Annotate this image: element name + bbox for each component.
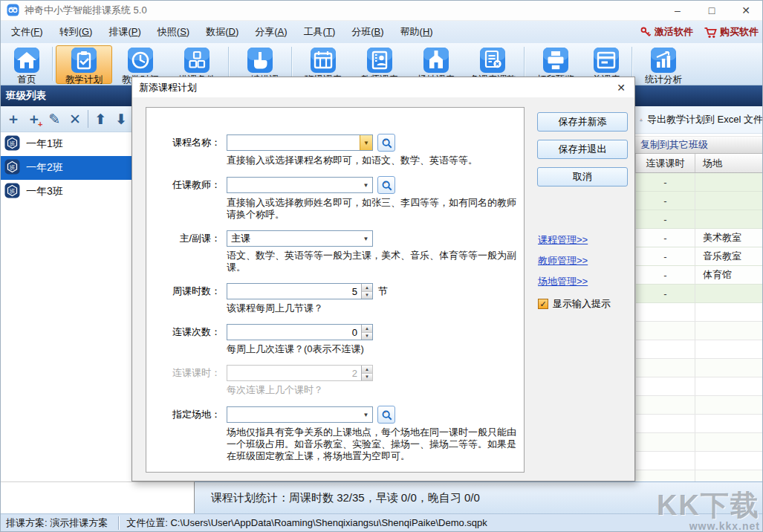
toolbar-item-0[interactable]: 首页 (4, 45, 49, 84)
field-label: 课程名称： (163, 136, 221, 149)
spin-up-icon[interactable]: ▲ (362, 366, 372, 374)
combo-value: 主课 (227, 231, 360, 246)
toolbar-item-1[interactable]: 教学计划 (56, 45, 112, 84)
toolbar-item-11[interactable]: 统计分析 (635, 45, 692, 84)
toolbar-item-label: 统计分析 (645, 74, 682, 86)
field-hint: 场地仅指具有竞争关系的上课地点，每个场地在同一课时一般只能由一个班级占用。如音乐… (227, 426, 524, 462)
cell-venue: 体育馆 (695, 266, 763, 284)
delete-class-icon[interactable]: ✕ (65, 108, 85, 129)
cell-venue (695, 210, 763, 228)
menu-item-2[interactable]: 排课(P) (100, 21, 149, 43)
cell-lianke: - (636, 229, 695, 247)
show-input-hints-checkbox[interactable]: ✓ 显示输入提示 (538, 297, 611, 311)
field-hint: 直接输入或选择教师姓名即可，如张三、李四等等，如有同名的教师请换个称呼。 (227, 197, 524, 221)
key-icon (640, 26, 652, 38)
plan-table-row-7[interactable]: - (635, 285, 763, 303)
combo-input[interactable]: ▼ (227, 177, 373, 193)
buy-software-button[interactable]: 购买软件 (704, 25, 759, 39)
spin-down-icon[interactable]: ▼ (362, 292, 372, 299)
menu-items: 文件(F)转到(G)排课(P)快照(S)数据(D)分享(A)工具(T)分班(B)… (3, 21, 441, 43)
class-item-2[interactable]: 班一年2班 (0, 156, 132, 180)
menu-item-7[interactable]: 分班(B) (343, 21, 392, 43)
column-header-lianke: 连课课时 (636, 154, 695, 172)
add-classes-icon[interactable]: ＋+ (24, 108, 45, 129)
menu-item-4[interactable]: 数据(D) (198, 21, 247, 43)
move-up-icon[interactable]: ⬆ (91, 108, 111, 129)
menu-item-8[interactable]: 帮助(H) (392, 21, 441, 43)
field-7: 指定场地：▼场地仅指具有竞争关系的上课地点，每个场地在同一课时一般只能由一个班级… (146, 406, 524, 462)
export-excel-link[interactable]: 导出教学计划到 Excel 文件 (635, 106, 763, 134)
toolbar-item-label: 首页 (18, 74, 36, 86)
edit-class-icon[interactable]: ✎ (44, 108, 65, 129)
plan-table-row-4[interactable]: -美术教室 (635, 229, 763, 247)
spinner-input[interactable]: 2▲▼ (227, 365, 373, 381)
combo-value (227, 178, 360, 192)
class-badge-icon: 班 (4, 135, 20, 153)
spin-up-icon[interactable]: ▲ (362, 325, 372, 333)
combo-value (227, 135, 360, 150)
cell-venue (695, 470, 763, 481)
spinner-input[interactable]: 0▲▼ (227, 324, 373, 340)
plan-table-row-1[interactable]: - (635, 173, 763, 192)
close-icon[interactable]: ✕ (729, 0, 763, 21)
course-management-link[interactable]: 课程管理>> (538, 233, 588, 247)
maximize-icon[interactable]: □ (695, 0, 729, 21)
plan-table-empty-row (635, 340, 763, 359)
save-and-add-button[interactable]: 保存并新添 (537, 112, 628, 132)
chevron-down-icon[interactable]: ▼ (360, 135, 372, 150)
plan-table-rows: ----美术教室-音乐教室-体育馆- (635, 173, 763, 481)
copy-to-other-classes-bar[interactable]: 复制到其它班级 (635, 136, 763, 154)
field-hint: 该课程每周上几节课？ (227, 302, 524, 314)
search-button[interactable] (377, 134, 395, 152)
field-suffix: 节 (378, 285, 388, 298)
spinner-input[interactable]: 5▲▼ (227, 283, 373, 299)
combo-input[interactable]: ▼ (227, 406, 373, 423)
checkbox-icon: ✓ (538, 299, 548, 309)
print-icon (542, 47, 569, 74)
menu-item-1[interactable]: 转到(G) (51, 21, 101, 43)
plan-table-empty-row (635, 452, 763, 470)
teacher-management-link[interactable]: 教师管理>> (538, 254, 588, 267)
plan-table-row-6[interactable]: -体育馆 (635, 266, 763, 285)
combo-input[interactable]: 主课▼ (227, 230, 373, 247)
venue-management-link[interactable]: 场地管理>> (538, 275, 588, 288)
search-button[interactable] (377, 176, 395, 194)
menu-item-6[interactable]: 工具(T) (296, 21, 344, 43)
class-item-label: 一年3班 (26, 185, 63, 198)
plan-table-empty-row (635, 470, 763, 481)
dialog-close-icon[interactable]: ✕ (614, 81, 628, 94)
add-class-icon[interactable]: ＋ (3, 108, 24, 129)
activate-software-button[interactable]: 激活软件 (640, 25, 693, 39)
plan-table-row-3[interactable]: - (635, 210, 763, 229)
cell-venue (695, 396, 763, 414)
spin-down-icon[interactable]: ▼ (362, 374, 372, 381)
chevron-down-icon[interactable]: ▼ (360, 178, 372, 192)
cell-lianke (636, 452, 695, 470)
spin-up-icon[interactable]: ▲ (362, 284, 372, 292)
menu-item-0[interactable]: 文件(F) (3, 21, 51, 43)
class-item-label: 一年1班 (26, 137, 63, 151)
chevron-down-icon[interactable]: ▼ (360, 407, 372, 422)
cell-venue (695, 415, 763, 432)
move-down-icon[interactable]: ⬇ (111, 108, 132, 129)
plan-table-row-5[interactable]: -音乐教室 (635, 247, 763, 266)
save-and-exit-button[interactable]: 保存并退出 (537, 140, 628, 159)
chevron-down-icon[interactable]: ▼ (360, 231, 372, 246)
class-item-1[interactable]: 班一年1班 (0, 132, 132, 156)
spinner-buttons: ▲▼ (361, 325, 372, 340)
minimize-icon[interactable]: – (660, 0, 695, 21)
plan-table-row-2[interactable]: - (635, 192, 763, 210)
menu-item-5[interactable]: 分享(A) (247, 21, 295, 43)
search-button[interactable] (377, 406, 395, 424)
field-label: 连课次数： (163, 325, 221, 339)
menu-item-3[interactable]: 快照(S) (149, 21, 198, 43)
field-2: 任课教师：▼直接输入或选择教师姓名即可，如张三、李四等等，如有同名的教师请换个称… (146, 176, 524, 221)
cancel-button[interactable]: 取消 (537, 167, 628, 186)
combo-input[interactable]: ▼ (227, 134, 373, 151)
field-label: 周课时数： (163, 285, 221, 298)
cell-lianke: - (636, 285, 695, 302)
course-plan-stats-bar: 课程计划统计：周课时数 32/35，早读 0/0，晚自习 0/0 (195, 481, 763, 513)
spin-down-icon[interactable]: ▼ (362, 333, 372, 340)
class-item-3[interactable]: 班一年3班 (0, 180, 132, 204)
field-label: 任课教师： (163, 178, 221, 192)
